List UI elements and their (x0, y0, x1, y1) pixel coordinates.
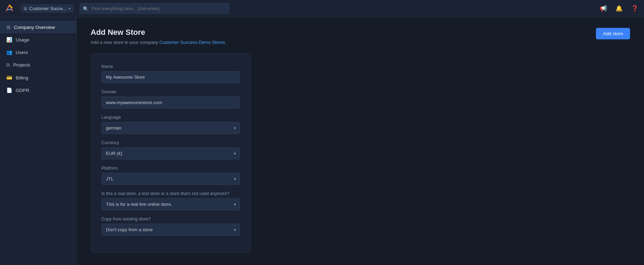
copy-store-select-wrapper: Don't copy from a store (101, 224, 240, 236)
language-select[interactable]: german english french spanish (101, 122, 240, 134)
search-input[interactable] (79, 3, 229, 14)
help-icon[interactable]: ❓ (630, 3, 640, 14)
platform-select-wrapper: JTL Shopware Magento WooCommerce (101, 173, 240, 185)
layers-icon: ⧉ (6, 62, 10, 68)
domain-group: Domain (101, 89, 240, 109)
currency-select-wrapper: EUR (€) USD ($) GBP (£) (101, 147, 240, 159)
sidebar-item-projects[interactable]: ⧉ Projects (0, 59, 76, 71)
sidebar-label-company-overview: Company Overview (14, 25, 55, 30)
domain-input[interactable] (101, 96, 240, 109)
workspace-name: Customer Succe... (29, 6, 67, 11)
page-description: Add a new store to your company Customer… (91, 40, 227, 45)
page-header-info: Add New Store Add a new store to your co… (91, 28, 227, 45)
page-title: Add New Store (91, 28, 227, 37)
sidebar-label-projects: Projects (13, 62, 30, 68)
alerts-icon[interactable]: 🔔 (614, 3, 624, 14)
currency-label: Currency (101, 140, 240, 145)
language-group: Language german english french spanish (101, 115, 240, 134)
platform-select[interactable]: JTL Shopware Magento WooCommerce (101, 173, 240, 185)
platform-label: Platform (101, 166, 240, 171)
topbar: ⊞ Customer Succe... ▾ 🔍 📢 🔔 ❓ (0, 0, 644, 17)
sidebar-item-company-overview[interactable]: ⊞ Company Overview (0, 21, 76, 33)
name-input[interactable] (101, 71, 240, 83)
sidebar-item-usage[interactable]: 📊 Usage (0, 33, 76, 46)
store-icon: ⊞ (24, 6, 27, 11)
add-store-button[interactable]: Add store (596, 28, 630, 39)
sidebar-item-billing[interactable]: 💳 Billing (0, 71, 76, 84)
search-icon: 🔍 (83, 6, 89, 11)
currency-select[interactable]: EUR (€) USD ($) GBP (£) (101, 147, 240, 159)
workspace-selector[interactable]: ⊞ Customer Succe... ▾ (20, 4, 74, 13)
language-select-wrapper: german english french spanish (101, 122, 240, 134)
sidebar-label-users: Users (16, 50, 28, 55)
chevron-down-icon: ▾ (69, 7, 70, 10)
sidebar-label-gdpr: GDPR (16, 88, 29, 93)
sidebar-item-gdpr[interactable]: 📄 GDPR (0, 84, 76, 96)
main-content: Add New Store Add a new store to your co… (77, 17, 644, 265)
name-group: Name (101, 64, 240, 83)
notifications-icon[interactable]: 📢 (598, 3, 608, 14)
copy-store-label: Copy from existing store? (101, 217, 240, 221)
copy-store-select[interactable]: Don't copy from a store (101, 224, 240, 236)
search-area: 🔍 (79, 3, 593, 14)
language-label: Language (101, 115, 240, 120)
platform-group: Platform JTL Shopware Magento WooCommerc… (101, 166, 240, 185)
name-label: Name (101, 64, 240, 69)
topbar-actions: 📢 🔔 ❓ (598, 3, 640, 14)
add-store-form: Name Domain Language german english fren… (91, 53, 251, 253)
store-type-select[interactable]: This is for a real live online store. Th… (101, 198, 240, 210)
store-type-label: Is this a real store, a test store or a … (101, 191, 240, 196)
sidebar-item-users[interactable]: 👥 Users (0, 46, 76, 59)
company-link[interactable]: Customer Success Demo Stores (159, 40, 225, 45)
sidebar-label-usage: Usage (16, 37, 29, 42)
sidebar: ⊞ Company Overview 📊 Usage 👥 Users ⧉ Pro… (0, 17, 77, 265)
users-icon: 👥 (6, 49, 12, 55)
grid-icon: ⊞ (6, 24, 10, 30)
bar-chart-icon: 📊 (6, 37, 12, 42)
file-icon: 📄 (6, 87, 12, 93)
currency-group: Currency EUR (€) USD ($) GBP (£) (101, 140, 240, 159)
domain-label: Domain (101, 89, 240, 94)
sidebar-label-billing: Billing (16, 75, 28, 80)
logo[interactable] (4, 3, 20, 15)
billing-icon: 💳 (6, 75, 12, 80)
store-type-group: Is this a real store, a test store or a … (101, 191, 240, 210)
copy-store-group: Copy from existing store? Don't copy fro… (101, 217, 240, 236)
store-type-select-wrapper: This is for a real live online store. Th… (101, 198, 240, 210)
page-header: Add New Store Add a new store to your co… (91, 28, 630, 45)
